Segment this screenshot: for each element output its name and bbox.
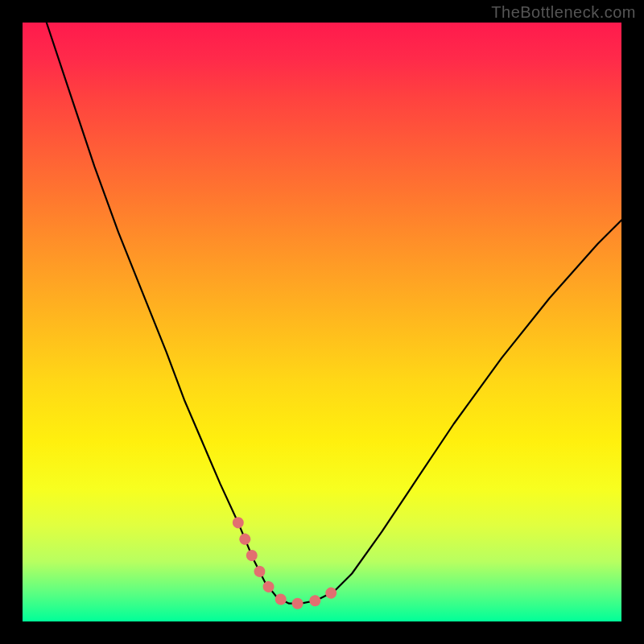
chart-svg <box>23 23 621 621</box>
chart-frame: TheBottleneck.com <box>0 0 644 644</box>
watermark-text: TheBottleneck.com <box>491 3 636 22</box>
bottleneck-curve <box>47 23 621 604</box>
optimal-segment <box>238 522 334 604</box>
plot-area <box>23 23 621 621</box>
